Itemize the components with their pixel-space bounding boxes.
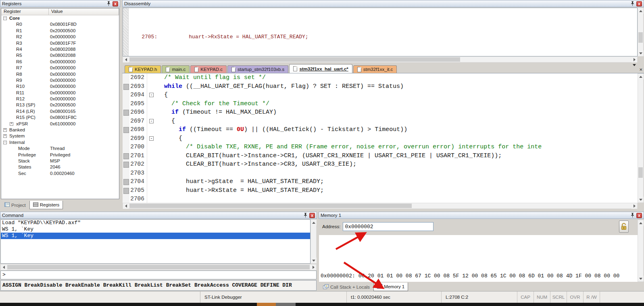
scroll-right-button[interactable] [631, 57, 637, 62]
memory-bytes[interactable]: 00 20 01 01 00 08 67 1C 00 08 5F 12 00 0… [358, 273, 620, 279]
register-row[interactable]: - Internal [1, 139, 119, 146]
command-input[interactable]: > [0, 271, 317, 279]
disassembly-view[interactable]: 2705: huart->RxState = HAL_UART_STATE_RE… [123, 8, 638, 56]
code-line[interactable]: 2695 /* Check for the Timeout */ [123, 100, 638, 108]
command-line[interactable]: WS 1, `Key [1, 226, 310, 233]
fold-marker-icon[interactable]: - [149, 93, 154, 97]
register-row[interactable]: R9 0x00000000 [1, 77, 119, 83]
tab-call-stack-locals[interactable]: Call Stack + Locals [319, 283, 373, 291]
tab-registers[interactable]: Registers [29, 201, 63, 209]
memory-row[interactable]: 0x00000002:00 20 01 01 00 08 67 1C 00 08… [319, 273, 638, 279]
address-input[interactable] [343, 222, 434, 231]
code-editor[interactable]: 2692 /* Wait until flag is set */ 2693 w… [123, 73, 638, 203]
register-row[interactable]: R7 0x00000000 [1, 65, 119, 71]
column-header-value[interactable]: Value [49, 8, 119, 15]
editor-tab[interactable]: main.c [162, 65, 190, 73]
command-output[interactable]: Load "KEYPAD\\KEYPAD.axf" WS 1, `Key WS … [0, 219, 311, 264]
scroll-thumb[interactable] [638, 32, 643, 43]
editor-hscrollbar[interactable] [123, 203, 638, 209]
register-row[interactable]: R10 0x00000000 [1, 83, 119, 90]
scroll-right-button[interactable] [311, 264, 316, 270]
register-row[interactable]: R13 (SP) 0x20000500 [1, 102, 119, 108]
memory-vscrollbar[interactable] [638, 220, 644, 282]
register-row[interactable]: + System [1, 133, 119, 139]
code-line[interactable]: 2699 - { [123, 134, 638, 143]
register-row[interactable]: R5 0x08002088 [1, 52, 119, 58]
register-row[interactable]: Stack MSP [1, 158, 119, 164]
scroll-down-button[interactable] [638, 50, 644, 56]
code-line[interactable]: 2706 [123, 195, 638, 203]
register-row[interactable]: R2 0x00000000 [1, 34, 119, 40]
memory-grid[interactable]: 0x00000002:00 20 01 01 00 08 67 1C 00 08… [319, 235, 638, 282]
scroll-up-button[interactable] [638, 220, 644, 226]
code-line[interactable]: 2693 while ((__HAL_UART_GET_FLAG(huart, … [123, 82, 638, 91]
code-line[interactable]: 2696 if (Timeout != HAL_MAX_DELAY) [123, 108, 638, 117]
code-line[interactable]: 2701 CLEAR_BIT(huart->Instance->CR1, (US… [123, 152, 638, 160]
tree-expand-icon[interactable]: - [3, 141, 7, 144]
editor-tab[interactable]: startup_stm32f103xb.s [227, 65, 288, 73]
fold-marker-icon[interactable]: - [149, 136, 154, 141]
register-row[interactable]: R11 0x00000000 [1, 90, 119, 96]
register-row[interactable]: + xPSR 0x61000000 [1, 121, 119, 127]
editor-tab[interactable]: stm32f1xx_hal_uart.c* [289, 64, 352, 73]
editor-tab[interactable]: KEYPAD.c [190, 65, 227, 73]
scroll-up-button[interactable] [311, 220, 317, 225]
register-row[interactable]: R6 0x00000000 [1, 59, 119, 65]
code-line[interactable]: 2694 - { [123, 91, 638, 100]
pin-icon[interactable] [629, 213, 635, 218]
tab-project[interactable]: Project [1, 201, 29, 209]
code-line[interactable]: 2697 - { [123, 117, 638, 126]
register-row[interactable]: Mode Thread [1, 146, 119, 152]
scroll-right-button[interactable] [631, 203, 637, 209]
code-line[interactable]: 2704 huart->gState = HAL_UART_STATE_READ… [123, 177, 638, 186]
register-row[interactable]: - Core [1, 15, 119, 21]
scroll-left-button[interactable] [123, 203, 129, 209]
code-line[interactable]: 2698 if ((Timeout == 0U) || ((HAL_GetTic… [123, 125, 638, 134]
close-icon[interactable]: x [636, 1, 642, 6]
tree-expand-icon[interactable]: + [3, 128, 7, 132]
register-row[interactable]: + Banked [1, 127, 119, 133]
scroll-down-button[interactable] [638, 197, 644, 202]
editor-vscrollbar[interactable] [638, 73, 644, 203]
fold-marker-icon[interactable]: - [149, 119, 154, 123]
scroll-thumb[interactable] [7, 265, 310, 269]
editor-tab[interactable]: KEYPAD.h [125, 65, 161, 73]
register-row[interactable]: R15 (PC) 0x08001F8C [1, 114, 119, 121]
scroll-left-button[interactable] [123, 57, 129, 62]
code-line[interactable]: 2700 /* Disable TXE, RXNE, PE and ERR (F… [123, 143, 638, 152]
tree-expand-icon[interactable]: + [3, 134, 7, 138]
tab-list-dropdown-icon[interactable] [633, 66, 636, 73]
close-document-icon[interactable]: × [639, 67, 642, 72]
disassembly-hscrollbar[interactable] [123, 56, 638, 62]
command-hscrollbar[interactable] [0, 264, 317, 270]
close-icon[interactable]: x [113, 1, 118, 6]
register-row[interactable]: R12 0x00000000 [1, 96, 119, 102]
pin-icon[interactable] [302, 213, 308, 218]
register-row[interactable]: States 2046 [1, 164, 119, 170]
scroll-down-button[interactable] [311, 258, 317, 263]
scroll-thumb[interactable] [638, 167, 643, 178]
scroll-thumb[interactable] [129, 204, 412, 208]
register-row[interactable]: R3 0x08001F7F [1, 40, 119, 46]
register-row[interactable]: R8 0x00000000 [1, 71, 119, 77]
register-row[interactable]: Sec 0.00020460 [1, 171, 119, 177]
code-line[interactable]: 2692 /* Wait until flag is set */ [123, 73, 638, 82]
register-row[interactable]: R0 0x08001F8D [1, 21, 119, 27]
disassembly-vscrollbar[interactable] [638, 8, 644, 56]
editor-tab[interactable]: stm32f1xx_it.c [353, 65, 397, 73]
scroll-left-button[interactable] [1, 264, 6, 270]
tab-memory-1[interactable]: Memory 1 [373, 283, 408, 291]
close-icon[interactable]: x [636, 213, 642, 218]
lock-icon[interactable] [619, 221, 629, 233]
close-icon[interactable]: x [309, 213, 315, 218]
register-row[interactable]: R1 0x20000500 [1, 28, 119, 34]
register-row[interactable]: R4 0x08002088 [1, 46, 119, 52]
scroll-thumb[interactable] [129, 57, 460, 62]
command-line[interactable]: Load "KEYPAD\\KEYPAD.axf" [1, 220, 310, 226]
column-header-register[interactable]: Register [1, 8, 49, 15]
code-line[interactable]: 2703 [123, 169, 638, 178]
register-row[interactable]: Privilege Privileged [1, 152, 119, 158]
scroll-up-button[interactable] [638, 8, 644, 14]
code-line[interactable]: 2702 CLEAR_BIT(huart->Instance->CR3, USA… [123, 160, 638, 169]
pin-icon[interactable] [629, 1, 635, 6]
